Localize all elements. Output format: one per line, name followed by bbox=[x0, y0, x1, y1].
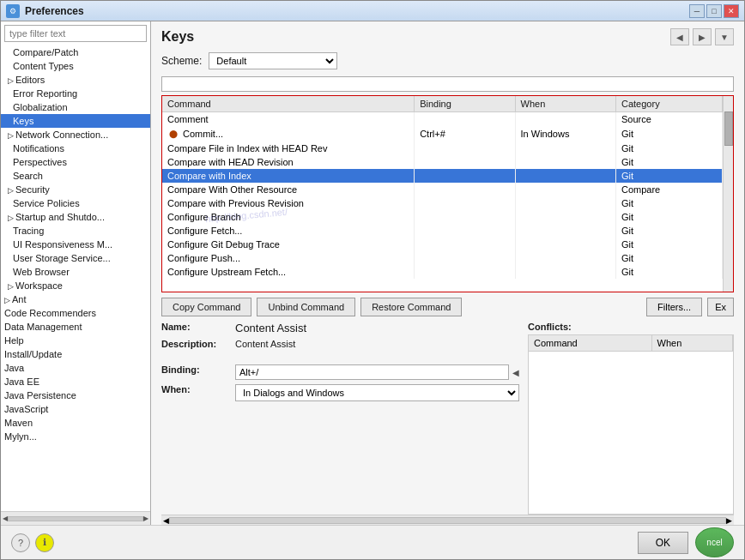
cmd-name: Compare With Other Resource bbox=[162, 183, 415, 196]
info-button[interactable]: ℹ bbox=[35, 533, 54, 552]
help-button[interactable]: ? bbox=[11, 533, 30, 552]
hscroll-thumb[interactable] bbox=[169, 517, 726, 524]
forward-button[interactable]: ▶ bbox=[693, 28, 712, 45]
sidebar-item-user-storage[interactable]: User Storage Service... bbox=[1, 251, 150, 265]
sidebar-search-input[interactable] bbox=[4, 25, 147, 42]
sidebar-item-content-types[interactable]: Content Types bbox=[1, 59, 150, 73]
titlebar-buttons: ─ □ ✕ bbox=[689, 4, 739, 18]
cmd-name: ⬤ Commit... bbox=[162, 126, 415, 142]
col-binding[interactable]: Binding bbox=[415, 96, 515, 112]
sidebar-item-java-persistence[interactable]: Java Persistence bbox=[1, 388, 150, 402]
dropdown-button[interactable]: ▼ bbox=[715, 28, 734, 45]
details-right: Conflicts: Command When bbox=[528, 322, 734, 515]
table-row[interactable]: Configure Git Debug Trace Git bbox=[162, 238, 723, 251]
sidebar-item-startup-shutdown[interactable]: ▷Startup and Shutdo... bbox=[1, 210, 150, 224]
col-category[interactable]: Category bbox=[616, 96, 723, 112]
ok-button[interactable]: OK bbox=[638, 532, 688, 554]
table-row[interactable]: Configure Upstream Fetch... Git bbox=[162, 265, 723, 279]
sidebar-item-compare-patch[interactable]: Compare/Patch bbox=[1, 45, 150, 59]
conflicts-table: Command When bbox=[529, 335, 733, 352]
sidebar-item-ant[interactable]: ▷Ant bbox=[1, 292, 150, 306]
sidebar-item-error-reporting[interactable]: Error Reporting bbox=[1, 87, 150, 100]
minimize-button[interactable]: ─ bbox=[689, 4, 705, 18]
sidebar-item-mylyn[interactable]: Mylyn... bbox=[1, 430, 150, 443]
col-command[interactable]: Command bbox=[162, 96, 415, 112]
sidebar-item-maven[interactable]: Maven bbox=[1, 416, 150, 430]
sidebar-bottom-scrollbar[interactable]: ◀ ▶ bbox=[1, 511, 150, 525]
sidebar-item-search[interactable]: Search bbox=[1, 169, 150, 183]
keys-table: Command Binding When Category Comment bbox=[162, 96, 723, 279]
sidebar-item-globalization[interactable]: Globalization bbox=[1, 100, 150, 114]
conflict-col-command[interactable]: Command bbox=[529, 335, 651, 352]
sidebar-item-notifications[interactable]: Notifications bbox=[1, 142, 150, 155]
expand-button[interactable]: Ex bbox=[707, 298, 734, 316]
table-row[interactable]: Compare File in Index with HEAD Rev Git bbox=[162, 142, 723, 155]
when-select[interactable]: In Dialogs and Windows In Windows Always bbox=[235, 384, 519, 401]
description-label: Description: bbox=[161, 339, 230, 349]
sidebar-item-install-update[interactable]: Install/Update bbox=[1, 347, 150, 361]
sidebar-item-keys[interactable]: Keys bbox=[1, 114, 150, 128]
table-row[interactable]: Configure Fetch... Git bbox=[162, 224, 723, 238]
git-commit-icon: ⬤ bbox=[167, 128, 179, 140]
details-left: Name: Content Assist Description: Conten… bbox=[161, 322, 519, 515]
cmd-binding: Ctrl+# bbox=[415, 126, 515, 142]
table-row[interactable]: Configure Branch Git bbox=[162, 210, 723, 224]
hscroll-left-arrow[interactable]: ◀ bbox=[163, 516, 169, 525]
sidebar-item-editors[interactable]: ▷Editors bbox=[1, 73, 150, 87]
sidebar-item-data-management[interactable]: Data Management bbox=[1, 320, 150, 334]
sidebar-item-java-ee[interactable]: Java EE bbox=[1, 375, 150, 388]
filters-button[interactable]: Filters... bbox=[646, 298, 702, 316]
sidebar-item-help[interactable]: Help bbox=[1, 334, 150, 347]
table-row[interactable]: Configure Push... Git bbox=[162, 251, 723, 265]
scheme-select[interactable]: Default Emacs bbox=[209, 52, 337, 69]
sidebar-item-network-connection[interactable]: ▷Network Connection... bbox=[1, 128, 150, 142]
table-row[interactable]: Comment Source bbox=[162, 112, 723, 127]
restore-command-button[interactable]: Restore Command bbox=[360, 298, 462, 316]
copy-command-button[interactable]: Copy Command bbox=[161, 298, 251, 316]
col-when[interactable]: When bbox=[515, 96, 615, 112]
cmd-name: Configure Push... bbox=[162, 251, 415, 265]
binding-input[interactable] bbox=[235, 364, 509, 380]
maximize-button[interactable]: □ bbox=[706, 4, 722, 18]
table-row[interactable]: Compare With Other Resource Compare bbox=[162, 183, 723, 196]
binding-arrow-icon[interactable]: ◀ bbox=[512, 368, 519, 377]
cmd-when: In Windows bbox=[515, 126, 615, 142]
table-row[interactable]: Compare with Index Git bbox=[162, 169, 723, 183]
scroll-right-arrow[interactable]: ▶ bbox=[143, 515, 148, 522]
unbind-command-button[interactable]: Unbind Command bbox=[257, 298, 355, 316]
table-row[interactable]: ⬤ Commit... Ctrl+# In Windows Git bbox=[162, 126, 723, 142]
sidebar-item-tracing[interactable]: Tracing bbox=[1, 224, 150, 238]
bottom-scrollbar[interactable]: ◀ ▶ bbox=[161, 515, 734, 525]
keys-table-vscroll[interactable] bbox=[723, 96, 733, 292]
keys-table-scroll[interactable]: Command Binding When Category Comment bbox=[162, 96, 723, 292]
buttons-row: Copy Command Unbind Command Restore Comm… bbox=[151, 292, 744, 322]
sidebar-item-service-policies[interactable]: Service Policies bbox=[1, 196, 150, 210]
binding-row: Binding: ◀ bbox=[161, 364, 519, 380]
close-button[interactable]: ✕ bbox=[724, 4, 739, 18]
sidebar-item-web-browser[interactable]: Web Browser bbox=[1, 265, 150, 279]
table-row[interactable]: Compare with HEAD Revision Git bbox=[162, 155, 723, 169]
conflicts-label: Conflicts: bbox=[528, 322, 734, 332]
cmd-category: Source bbox=[616, 112, 723, 127]
window-title: Preferences bbox=[25, 5, 689, 17]
details-section: Name: Content Assist Description: Conten… bbox=[161, 322, 734, 515]
sidebar-item-ui-responsiveness[interactable]: UI Responsiveness M... bbox=[1, 238, 150, 251]
cmd-category: Git bbox=[616, 210, 723, 224]
sidebar-item-javascript[interactable]: JavaScript bbox=[1, 402, 150, 416]
hscroll-right-arrow[interactable]: ▶ bbox=[726, 516, 732, 525]
sidebar-item-code-recommenders[interactable]: Code Recommenders bbox=[1, 306, 150, 320]
filter-input[interactable] bbox=[161, 76, 734, 92]
table-row[interactable]: Compare with Previous Revision Git bbox=[162, 196, 723, 210]
cmd-category: Git bbox=[616, 251, 723, 265]
cmd-name: Comment bbox=[162, 112, 415, 127]
conflict-col-when[interactable]: When bbox=[651, 335, 732, 352]
sidebar-item-workspace[interactable]: ▷Workspace bbox=[1, 279, 150, 292]
cancel-button[interactable]: ncel bbox=[695, 527, 734, 557]
sidebar-item-java[interactable]: Java bbox=[1, 361, 150, 375]
sidebar-item-security[interactable]: ▷Security bbox=[1, 183, 150, 196]
header-nav: ◀ ▶ ▼ bbox=[670, 28, 734, 45]
main-header: Keys ◀ ▶ ▼ bbox=[151, 21, 744, 49]
sidebar-item-perspectives[interactable]: Perspectives bbox=[1, 155, 150, 169]
back-button[interactable]: ◀ bbox=[670, 28, 689, 45]
name-value: Content Assist bbox=[235, 322, 519, 334]
